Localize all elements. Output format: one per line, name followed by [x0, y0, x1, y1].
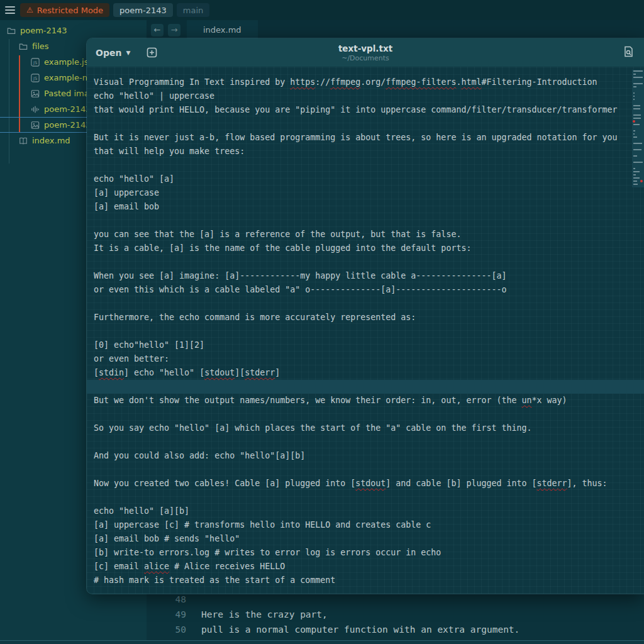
minimap[interactable]	[632, 70, 644, 187]
sidebar-item-label: index.md	[32, 136, 70, 145]
document-line: that would print HELLO, because you are …	[87, 103, 644, 117]
svg-text:JS: JS	[32, 60, 36, 65]
branch-label: main	[183, 6, 203, 15]
image-icon	[30, 120, 40, 130]
line-text: Here is the crazy part,	[186, 609, 328, 619]
search-in-document-button[interactable]	[623, 46, 634, 57]
document-line: echo "hello" [a][b]	[87, 504, 644, 518]
document-line	[87, 435, 644, 449]
line-number: 48	[147, 594, 186, 604]
document-line	[87, 380, 644, 394]
js-icon: JS	[30, 57, 40, 67]
document-line: [0] echo"hello" [1][2]	[87, 338, 644, 352]
js-icon: JS	[30, 73, 40, 82]
folder-icon	[6, 26, 16, 35]
tab-label: index.md	[203, 25, 242, 35]
back-button[interactable]: ←	[151, 24, 164, 36]
document-line: And you could also add: echo "hello"[a][…	[87, 449, 644, 463]
document-line: echo "hello" [a]	[87, 172, 644, 186]
forward-button[interactable]: →	[168, 24, 180, 36]
document-line: But we don't show the output names/numbe…	[87, 394, 644, 408]
sidebar-item-label: poem-2143	[20, 26, 67, 35]
warning-icon: ⚠	[26, 6, 33, 14]
document-line: or even this which is a cable labeled "a…	[87, 283, 644, 297]
document-line	[87, 491, 644, 504]
document-line: It is a cable, [a] is the name of the ca…	[87, 242, 644, 255]
line-text: pull is a normal computer function with …	[186, 625, 519, 635]
open-dropdown-button[interactable]: Open ▼	[96, 48, 130, 58]
document-line: [c] email alice # Alice receives HELLO	[87, 560, 644, 574]
menu-icon[interactable]	[4, 4, 16, 16]
document-line: you can see that the [a] is a reference …	[87, 228, 644, 242]
document-line: Now you created two cables! Cable [a] pl…	[87, 477, 644, 491]
document-line	[87, 463, 644, 477]
text-editor-surface[interactable]: Visual Programming In Text inspired by h…	[87, 67, 644, 594]
minimap-error-marker	[640, 180, 643, 182]
document-line: that will help you make trees:	[87, 145, 644, 158]
document-path: ~/Documents	[338, 54, 392, 62]
background-code-rows: 4849Here is the crazy part,50pull is a n…	[147, 592, 644, 637]
document-line: or even better:	[87, 352, 644, 366]
sidebar-item-poem-2143[interactable]: poem-2143	[0, 23, 147, 38]
folder-icon	[18, 42, 28, 51]
minimap-line	[632, 183, 644, 186]
document-line	[87, 158, 644, 172]
forward-arrow-icon: →	[171, 25, 178, 35]
document-line	[87, 325, 644, 338]
document-line: # hash mark is treated as the start of a…	[87, 574, 644, 587]
sidebar-item-label: files	[32, 42, 49, 51]
document-line: [a] uppercase	[87, 186, 644, 200]
new-document-button[interactable]	[147, 47, 157, 58]
branch-badge[interactable]: main	[177, 3, 209, 17]
status-bar	[0, 640, 644, 644]
restricted-mode-badge[interactable]: ⚠ Restricted Mode	[20, 3, 109, 17]
open-label: Open	[96, 48, 121, 58]
modal-header: Open ▼ text-vpl.txt ~/Documents	[87, 38, 644, 67]
document-line	[87, 408, 644, 421]
document-line: [a] email bob # sends "hello"	[87, 532, 644, 546]
chevron-down-icon: ▼	[126, 50, 130, 56]
code-line: 49Here is the crazy part,	[147, 607, 644, 622]
code-line: 50pull is a normal computer function wit…	[147, 622, 644, 637]
document-line: [stdin] echo "hello" [stdout][stderr]	[87, 366, 644, 380]
document-line	[87, 117, 644, 131]
floating-editor-window: Open ▼ text-vpl.txt ~/Documents Visual P…	[86, 38, 644, 594]
document-line	[87, 214, 644, 228]
plus-square-icon	[147, 47, 157, 58]
sidebar-item-label: example.js	[44, 57, 88, 67]
audio-icon	[30, 104, 40, 114]
tab-bar: ← → index.md	[147, 20, 644, 40]
image-icon	[30, 89, 40, 98]
document-title: text-vpl.txt	[338, 43, 392, 53]
document-line: Visual Programming In Text inspired by h…	[87, 75, 644, 89]
document-line: Furthermore, the echo command is more ac…	[87, 311, 644, 325]
document-line	[87, 297, 644, 311]
document-line: So you say echo "hello" [a] which places…	[87, 421, 644, 435]
book-icon	[18, 136, 28, 145]
modal-title-box: text-vpl.txt ~/Documents	[338, 43, 392, 62]
minimap-error-marker	[633, 120, 635, 123]
project-label: poem-2143	[119, 6, 167, 15]
document-lines: Visual Programming In Text inspired by h…	[87, 75, 644, 587]
document-line	[87, 255, 644, 269]
svg-text:JS: JS	[32, 76, 36, 81]
title-bar: ⚠ Restricted Mode poem-2143 main	[0, 0, 644, 20]
line-number: 50	[147, 625, 186, 635]
document-line: When you see [a] imagine: [a]-----------…	[87, 269, 644, 283]
document-line: [a] email bob	[87, 200, 644, 214]
line-number: 49	[147, 609, 186, 619]
document-line: echo "hello" | uppercase	[87, 89, 644, 103]
back-arrow-icon: ←	[154, 25, 161, 35]
document-line: [b] write-to errors.log # writes to erro…	[87, 546, 644, 560]
document-line: [a] uppercase [c] # transforms hello int…	[87, 518, 644, 532]
project-badge[interactable]: poem-2143	[113, 3, 173, 17]
document-line: But it is never just a-b, flow based pro…	[87, 131, 644, 145]
tab-index-md[interactable]: index.md	[187, 20, 258, 40]
document-search-icon	[623, 46, 634, 57]
restricted-mode-label: Restricted Mode	[37, 6, 103, 15]
